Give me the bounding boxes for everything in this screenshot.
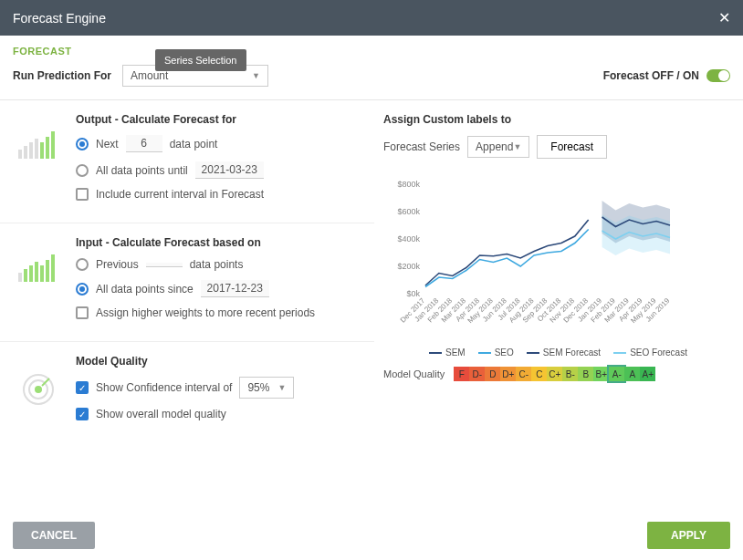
input-title: Input - Calculate Forecast based on [76, 236, 361, 249]
input-dps-label: data points [190, 258, 244, 271]
output-title: Output - Calculate Forecast for [76, 113, 361, 126]
forecast-toggle[interactable] [706, 69, 730, 82]
svg-rect-2 [29, 142, 33, 159]
legend-item: SEO [478, 347, 514, 358]
mq-ci-select[interactable]: 95% ▼ [239, 377, 294, 399]
forecast-chart: $0k$200k$400k$600k$800kDec 2017Jan 2018F… [383, 175, 675, 339]
input-prev-radio[interactable] [76, 258, 89, 271]
mq-overall-checkbox[interactable]: ✓ [76, 408, 89, 420]
svg-text:$600k: $600k [397, 207, 420, 216]
legend-item: SEO Forecast [613, 347, 687, 358]
input-weights-checkbox[interactable] [76, 306, 89, 319]
svg-rect-8 [24, 269, 27, 282]
input-prev-input[interactable] [146, 263, 183, 267]
close-icon[interactable]: ✕ [718, 9, 730, 26]
input-prev-label: Previous [96, 258, 139, 271]
output-next-label: Next [96, 138, 119, 150]
forecast-toggle-label: Forecast OFF / ON [603, 69, 699, 82]
forecast-series-label: Forecast Series [383, 140, 460, 153]
series-selection-tooltip: Series Selection [155, 49, 246, 71]
grade-cell: A- [609, 367, 624, 381]
svg-rect-9 [29, 265, 33, 282]
grade-cell: C [531, 367, 547, 381]
grade-cell: B [578, 367, 593, 381]
svg-rect-5 [46, 137, 49, 159]
svg-rect-1 [24, 146, 27, 159]
grade-cell: B- [562, 367, 578, 381]
svg-text:$200k: $200k [397, 262, 420, 271]
svg-rect-3 [35, 139, 38, 159]
forecast-button[interactable]: Forecast [537, 135, 607, 159]
output-include-checkbox[interactable] [76, 188, 89, 201]
mq-title: Model Quality [76, 355, 361, 368]
svg-rect-13 [51, 254, 55, 282]
grade-cell: D+ [500, 367, 516, 381]
caret-down-icon: ▼ [278, 383, 287, 392]
target-icon [22, 373, 55, 406]
svg-text:$800k: $800k [397, 180, 420, 189]
svg-text:$400k: $400k [397, 234, 420, 244]
mq-overall-label: Show overall model quality [96, 408, 226, 420]
grade-cell: B+ [593, 367, 609, 381]
chart-legend: SEMSEOSEM ForecastSEO Forecast [429, 347, 725, 358]
input-since-label: All data points since [96, 283, 194, 296]
mq-ci-label: Show Confidence interval of [96, 381, 232, 394]
svg-rect-11 [40, 265, 44, 282]
svg-text:$0k: $0k [406, 289, 420, 298]
input-weights-label: Assign higher weights to more recent per… [96, 306, 315, 319]
output-until-date[interactable]: 2021-03-23 [195, 161, 264, 179]
grade-cell: D [485, 367, 500, 381]
output-include-label: Include current interval in Forecast [96, 188, 264, 201]
svg-rect-12 [46, 260, 49, 282]
caret-down-icon: ▼ [252, 71, 260, 80]
svg-rect-6 [51, 131, 55, 159]
grade-scale: FD-DD+C-CC+B-BB+A-AA+ [454, 367, 655, 381]
grade-cell: D- [469, 367, 485, 381]
output-next-radio[interactable] [76, 138, 89, 150]
mq-ci-value: 95% [247, 381, 269, 394]
svg-rect-10 [35, 262, 38, 282]
mq-ci-checkbox[interactable]: ✓ [76, 381, 89, 394]
bars-icon [18, 254, 58, 282]
svg-point-16 [35, 386, 42, 393]
dialog-title: Forecast Engine [13, 11, 106, 26]
grade-cell: F [454, 367, 469, 381]
output-count-input[interactable]: 6 [126, 135, 162, 152]
output-until-label: All data points until [96, 164, 188, 177]
assign-labels-title: Assign Custom labels to [383, 113, 725, 126]
input-since-date[interactable]: 2017-12-23 [201, 280, 269, 297]
svg-rect-7 [18, 273, 22, 282]
output-until-radio[interactable] [76, 164, 89, 177]
input-since-radio[interactable] [76, 283, 89, 296]
grade-cell: A+ [640, 367, 655, 381]
grade-cell: C- [516, 367, 531, 381]
run-prediction-label: Run Prediction For [13, 69, 111, 82]
run-prediction-value: Amount [131, 69, 168, 82]
forecast-series-value: Append [476, 140, 513, 153]
forecast-series-select[interactable]: Append ▼ [467, 136, 529, 158]
output-dp-label: data point [170, 138, 218, 150]
grade-cell: A [624, 367, 640, 381]
grade-cell: C+ [547, 367, 562, 381]
tab-forecast[interactable]: FORECAST [13, 46, 72, 57]
mq-grade-label: Model Quality [383, 368, 445, 379]
bars-icon [18, 131, 58, 159]
caret-down-icon: ▼ [513, 142, 521, 151]
svg-rect-0 [18, 150, 22, 159]
legend-item: SEM [429, 347, 466, 358]
svg-rect-4 [40, 142, 44, 159]
legend-item: SEM Forecast [527, 347, 601, 358]
